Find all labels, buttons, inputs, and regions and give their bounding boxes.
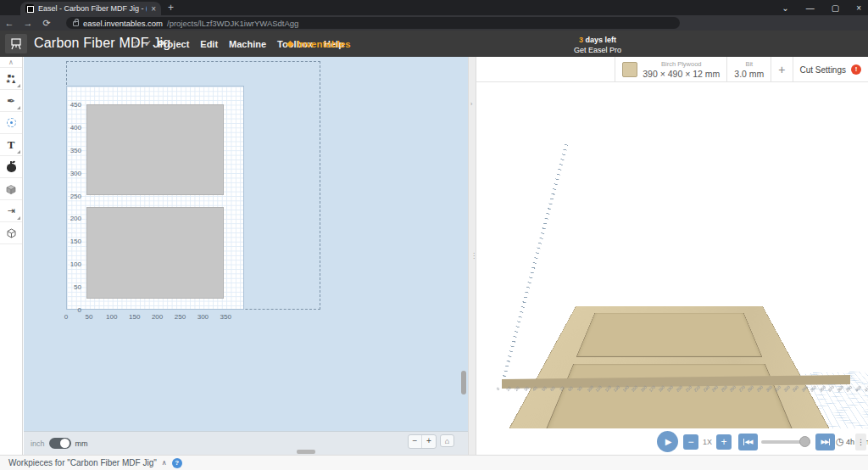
cut-settings-button[interactable]: Cut Settings ! xyxy=(793,57,868,82)
units-toggle[interactable] xyxy=(49,438,71,449)
design-canvas-2d[interactable]: 050100150200250300350400450 050100150200… xyxy=(24,57,468,455)
preview-scene-3d[interactable]: 0102030405060708090100110120130140150160… xyxy=(476,82,868,428)
material-tool[interactable] xyxy=(0,178,22,200)
menu-project[interactable]: Project xyxy=(158,39,189,49)
preview-ruler-tick: 310 xyxy=(773,384,782,393)
preview-ruler-tick: 350 xyxy=(809,384,817,393)
skip-forward-icon: ▶▶ xyxy=(821,439,831,445)
pen-tool[interactable]: ✒ xyxy=(0,90,22,112)
trial-banner[interactable]: 3 days left Get Easel Pro xyxy=(573,36,622,54)
bit-label: Bit xyxy=(734,60,764,68)
preview-3d-tool[interactable] xyxy=(0,222,22,244)
url-host: easel.inventables.com xyxy=(83,19,163,28)
x-axis-tick: 100 xyxy=(105,313,119,321)
divider-chevron-icon[interactable]: › xyxy=(470,101,472,107)
preview-ruler-tick: 390 xyxy=(845,384,854,393)
refresh-icon[interactable]: ⟳ xyxy=(37,18,56,29)
x-axis-tick: 300 xyxy=(196,313,209,321)
play-simulation-button[interactable]: ▶ xyxy=(657,431,678,452)
collapse-toolbar-button[interactable]: ∧ xyxy=(0,57,22,68)
shapes-tool[interactable]: ■● ★▲ xyxy=(0,68,22,90)
workpieces-status-bar[interactable]: Workpieces for "Carbon Fiber MDF Jig" ∧ … xyxy=(0,455,868,470)
text-tool[interactable]: T xyxy=(0,134,22,156)
text-icon: T xyxy=(8,138,15,152)
easel-logo[interactable] xyxy=(5,34,27,53)
favorite-star-icon[interactable]: ☆ xyxy=(132,38,141,49)
simulation-menu-button[interactable]: ⋮ xyxy=(855,434,866,450)
add-bit-button[interactable]: + xyxy=(771,57,792,82)
material-selector[interactable]: Birch Plywood 390 × 490 × 12 mm xyxy=(615,57,726,82)
forward-icon[interactable]: → xyxy=(19,18,37,28)
apps-tool[interactable] xyxy=(0,156,22,178)
bit-value: 3.0 mm xyxy=(734,69,764,79)
preview-ruler-tick: 60 xyxy=(549,385,556,392)
pocket-cut xyxy=(576,313,762,357)
horizontal-scrollbar[interactable] xyxy=(297,450,315,454)
window-close-icon[interactable]: × xyxy=(856,3,861,13)
units-inch-label[interactable]: inch xyxy=(31,439,45,448)
preview-ruler-tick: 160 xyxy=(639,384,648,393)
window-menu-icon[interactable]: ⌄ xyxy=(782,3,788,13)
shapes-icon: ■● ★▲ xyxy=(5,74,16,84)
preview-ruler-tick: 90 xyxy=(576,385,583,392)
canvas-vertical-scrollbar[interactable] xyxy=(461,371,466,394)
preview-ruler-tick: 320 xyxy=(782,384,791,393)
tab-close-icon[interactable]: × xyxy=(151,4,156,14)
browser-tab[interactable]: Easel - Carbon Fiber MDF Jig - (C × xyxy=(20,2,161,15)
preview-ruler-tick: 230 xyxy=(702,384,710,393)
menu-edit[interactable]: Edit xyxy=(200,39,218,49)
easel-header: Carbon Fiber MDF Jig ☆ ✓ Project Edit Ma… xyxy=(0,31,868,57)
back-icon[interactable]: ← xyxy=(0,18,19,28)
zoom-out-button[interactable]: − xyxy=(409,435,422,448)
menu-machine[interactable]: Machine xyxy=(229,39,266,49)
set-origin-tool[interactable] xyxy=(0,112,22,134)
bit-selector[interactable]: Bit 3.0 mm xyxy=(726,57,771,82)
caret-up-icon[interactable]: ∧ xyxy=(162,459,167,467)
help-icon[interactable]: ? xyxy=(172,458,182,468)
design-toolbar: ∧ ■● ★▲ ✒ T ⇥ xyxy=(0,57,23,455)
preview-ruler-tick: 400 xyxy=(854,384,862,393)
x-axis-tick: 50 xyxy=(82,313,96,321)
origin-target-icon xyxy=(7,118,16,127)
x-axis-tick: 250 xyxy=(174,313,187,321)
saved-check-icon: ✓ xyxy=(144,38,152,49)
skip-back-icon: ◀◀ xyxy=(743,439,754,445)
preview-ruler-tick: 80 xyxy=(567,385,574,392)
cut-settings-label: Cut Settings xyxy=(800,65,846,75)
window-maximize-icon[interactable]: ▢ xyxy=(832,3,839,13)
zoom-in-button[interactable]: + xyxy=(422,435,436,448)
new-tab-button[interactable]: + xyxy=(168,2,174,14)
window-minimize-icon[interactable]: — xyxy=(806,3,815,13)
simulation-slider[interactable] xyxy=(761,440,810,444)
speed-increase-button[interactable]: + xyxy=(716,434,732,450)
preview-ruler: 0102030405060708090100110120130140150160… xyxy=(497,386,868,396)
box-icon xyxy=(4,183,18,195)
canvas-zoom-controls: − + xyxy=(408,434,437,449)
import-tool[interactable]: ⇥ xyxy=(0,200,22,222)
preview-ruler-tick: 300 xyxy=(765,384,773,393)
preview-ruler-tick: 20 xyxy=(514,385,520,392)
import-icon: ⇥ xyxy=(7,205,14,216)
panel-divider[interactable]: › ⋮ xyxy=(468,57,476,455)
inventables-gem-icon: ◆ xyxy=(287,38,293,49)
zoom-home-button[interactable]: ⌂ xyxy=(440,434,454,447)
skip-to-start-button[interactable]: ◀◀ xyxy=(738,434,758,450)
cut-settings-alert-icon: ! xyxy=(851,64,861,75)
x-axis-tick: 350 xyxy=(219,313,232,321)
preview-ruler-tick: 260 xyxy=(728,384,737,393)
address-bar[interactable]: easel.inventables.com/projects/lLzf3WDJK… xyxy=(66,17,680,29)
get-easel-pro-link[interactable]: Get Easel Pro xyxy=(573,46,622,54)
inventables-brand[interactable]: ◆ Inventables xyxy=(287,38,351,49)
simulation-slider-handle[interactable] xyxy=(799,436,810,447)
material-swatch xyxy=(622,62,637,77)
preview-ruler-tick: 100 xyxy=(586,384,594,393)
preview-ruler-tick: 190 xyxy=(666,384,675,393)
simulation-speed: 1X xyxy=(703,438,712,446)
material-settings-bar: Birch Plywood 390 × 490 × 12 mm Bit 3.0 … xyxy=(476,57,868,82)
preview-ruler-tick: 10 xyxy=(504,385,511,392)
units-mm-label[interactable]: mm xyxy=(75,439,88,448)
speed-decrease-button[interactable]: − xyxy=(683,434,698,450)
tab-title: Easel - Carbon Fiber MDF Jig - (C xyxy=(38,4,147,13)
skip-to-end-button[interactable]: ▶▶ xyxy=(815,434,835,450)
preview-ruler-tick: 120 xyxy=(604,384,612,393)
